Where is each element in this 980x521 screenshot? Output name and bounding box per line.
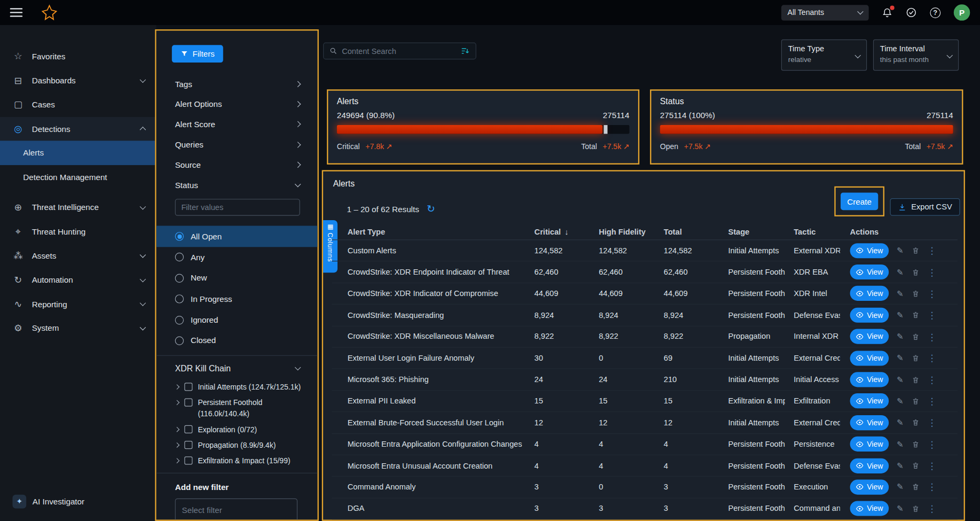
edit-icon[interactable]: ✎ [897, 354, 904, 362]
table-row[interactable]: CrowdStrike: XDR Endpoint Indicator of T… [332, 262, 957, 283]
column-header-stage[interactable]: Stage [719, 227, 785, 236]
expand-chevron-icon[interactable] [174, 458, 179, 463]
edit-icon[interactable]: ✎ [897, 483, 904, 491]
column-header-total[interactable]: Total [655, 227, 719, 236]
edit-icon[interactable]: ✎ [897, 418, 904, 426]
view-button[interactable]: View [850, 394, 889, 409]
edit-icon[interactable]: ✎ [897, 440, 904, 448]
view-button[interactable]: View [850, 308, 889, 323]
kill-chain-option[interactable]: Propagation (8.9k/9.4k) [156, 438, 318, 453]
sidebar-item-ai-investigator[interactable]: ✦ AI Investigator [0, 489, 156, 513]
sidebar-item[interactable]: ▢ Cases [0, 92, 156, 116]
delete-icon[interactable] [912, 311, 919, 319]
filters-button[interactable]: Filters [172, 45, 223, 63]
view-button[interactable]: View [850, 265, 889, 279]
table-row[interactable]: CrowdStrike: XDR Miscellaneous Malware 8… [332, 326, 957, 347]
edit-icon[interactable]: ✎ [897, 462, 904, 470]
menu-icon[interactable] [10, 8, 22, 17]
tasks-check-icon[interactable] [906, 7, 917, 18]
sidebar-item[interactable]: ⊟ Dashboards [0, 68, 156, 92]
view-button[interactable]: View [850, 501, 889, 516]
expand-chevron-icon[interactable] [174, 385, 179, 390]
view-button[interactable]: View [850, 480, 889, 495]
app-logo-icon[interactable] [41, 4, 57, 20]
more-options-icon[interactable]: ⋮ [927, 353, 937, 363]
create-button[interactable]: Create [841, 192, 878, 210]
edit-icon[interactable]: ✎ [897, 311, 904, 319]
sidebar-item[interactable]: ⌖ Threat Hunting [0, 220, 156, 244]
view-button[interactable]: View [850, 351, 889, 366]
view-button[interactable]: View [850, 243, 889, 258]
select-filter-dropdown[interactable]: Select filter [175, 498, 297, 520]
kill-chain-option[interactable]: Initial Attempts (124.7k/125.1k) [156, 379, 318, 395]
edit-icon[interactable]: ✎ [897, 332, 904, 340]
table-row[interactable]: CrowdStrike: Masquerading 8,924 8,924 8,… [332, 305, 957, 326]
status-option[interactable]: All Open [156, 226, 318, 247]
export-csv-button[interactable]: Export CSV [890, 198, 960, 216]
column-header-critical[interactable]: Critical↓ [526, 227, 590, 236]
view-button[interactable]: View [850, 415, 889, 430]
filter-group[interactable]: Alert Options [156, 94, 318, 114]
table-row[interactable]: External Brute-Forced Successful User Lo… [332, 412, 957, 433]
table-row[interactable]: Microsoft 365: Phishing 24 24 210 Initia… [332, 369, 957, 391]
table-row[interactable]: Microsoft Entra Unusual Account Creation… [332, 455, 957, 477]
table-row[interactable]: Command Anomaly 3 0 3 Persistent Footh E… [332, 477, 957, 498]
delete-icon[interactable] [912, 246, 919, 254]
edit-icon[interactable]: ✎ [897, 268, 904, 276]
delete-icon[interactable] [912, 440, 919, 448]
column-header-high-fidelity[interactable]: High Fidelity [590, 227, 655, 236]
delete-icon[interactable] [912, 376, 919, 384]
checkbox-icon[interactable] [184, 441, 192, 449]
time-type-dropdown[interactable]: Time Type relative [781, 40, 867, 71]
delete-icon[interactable] [912, 462, 919, 470]
sidebar-item[interactable]: ☆ Favorites [0, 44, 156, 68]
filter-group[interactable]: Tags [156, 74, 318, 94]
status-option[interactable]: Any [156, 247, 318, 268]
sidebar-item[interactable]: ⚙ System [0, 316, 156, 340]
more-options-icon[interactable]: ⋮ [927, 418, 937, 427]
more-options-icon[interactable]: ⋮ [927, 396, 937, 406]
filter-group[interactable]: Alert Score [156, 114, 318, 135]
more-options-icon[interactable]: ⋮ [927, 289, 937, 299]
status-option[interactable]: Closed [156, 330, 318, 351]
expand-chevron-icon[interactable] [174, 400, 179, 405]
more-options-icon[interactable]: ⋮ [927, 375, 937, 385]
delete-icon[interactable] [912, 332, 919, 340]
edit-icon[interactable]: ✎ [897, 504, 904, 512]
kill-chain-option[interactable]: Persistent Foothold (116.0k/140.4k) [156, 395, 318, 422]
more-options-icon[interactable]: ⋮ [927, 332, 937, 341]
more-options-icon[interactable]: ⋮ [927, 439, 937, 449]
view-button[interactable]: View [850, 286, 889, 301]
kill-chain-option[interactable]: Exploration (0/72) [156, 422, 318, 438]
column-header-tactic[interactable]: Tactic [785, 227, 840, 236]
checkbox-icon[interactable] [184, 399, 192, 407]
refresh-icon[interactable]: ↻ [427, 204, 435, 214]
sidebar-item[interactable]: Detection Management [0, 165, 156, 189]
tenant-selector[interactable]: All Tenants [781, 5, 869, 20]
status-option[interactable]: In Progress [156, 289, 318, 309]
kill-chain-option[interactable]: Exfiltration & Impact (15/99) [156, 453, 318, 469]
expand-chevron-icon[interactable] [174, 427, 179, 432]
expand-chevron-icon[interactable] [174, 443, 179, 448]
avatar[interactable]: P [954, 4, 970, 20]
view-button[interactable]: View [850, 458, 889, 473]
time-interval-dropdown[interactable]: Time Interval this past month [873, 40, 959, 71]
sidebar-item[interactable]: ↻ Automation [0, 268, 156, 292]
more-options-icon[interactable]: ⋮ [927, 461, 937, 471]
content-search-input[interactable] [342, 46, 456, 55]
table-row[interactable]: Custom Alerts 124,582 124,582 124,582 In… [332, 240, 957, 261]
delete-icon[interactable] [912, 290, 919, 298]
checkbox-icon[interactable] [184, 425, 192, 433]
filter-group[interactable]: Source [156, 155, 318, 175]
table-row[interactable]: DGA 3 3 3 Persistent Footh Command and C… [332, 498, 957, 519]
more-options-icon[interactable]: ⋮ [927, 310, 937, 320]
edit-icon[interactable]: ✎ [897, 397, 904, 405]
edit-icon[interactable]: ✎ [897, 376, 904, 384]
edit-icon[interactable]: ✎ [897, 246, 904, 254]
delete-icon[interactable] [912, 483, 919, 491]
table-row[interactable]: CrowdStrike: XDR Indicator of Compromise… [332, 283, 957, 305]
delete-icon[interactable] [912, 418, 919, 426]
table-row[interactable]: Microsoft Entra Application Configuratio… [332, 434, 957, 455]
notifications-bell-icon[interactable] [882, 7, 892, 18]
status-option[interactable]: New [156, 268, 318, 289]
